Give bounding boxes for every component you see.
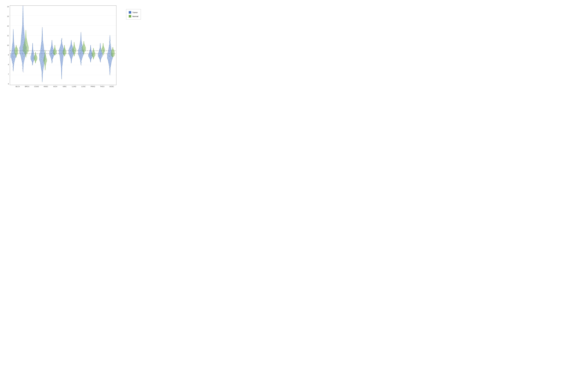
svg-point-326 [45,56,45,57]
svg-point-537 [71,43,71,44]
svg-point-447 [62,53,62,53]
svg-point-890 [112,53,113,53]
svg-point-694 [90,51,91,51]
svg-point-818 [104,47,104,47]
svg-point-94 [23,72,24,72]
svg-point-282 [41,48,42,49]
svg-point-102 [22,58,23,58]
svg-point-244 [36,55,36,56]
svg-point-598 [80,55,81,55]
svg-point-121 [23,25,24,26]
svg-point-208 [33,47,33,48]
svg-point-880 [112,55,112,56]
svg-rect-585 [80,52,82,52]
svg-point-73 [16,51,17,51]
svg-point-859 [110,47,110,48]
svg-point-330 [45,54,45,55]
svg-point-805 [104,51,104,51]
svg-point-138 [25,55,26,55]
svg-point-792 [103,55,104,55]
svg-point-124 [23,20,24,20]
svg-point-840 [110,67,111,67]
svg-point-680 [90,57,90,57]
svg-point-281 [42,50,42,50]
svg-point-471 [64,54,64,54]
svg-point-793 [103,54,103,55]
svg-point-596 [80,57,81,57]
svg-point-524 [71,51,71,52]
svg-point-323 [45,58,45,58]
svg-point-261 [42,77,43,78]
svg-point-560 [74,51,75,51]
svg-point-227 [35,60,35,60]
svg-point-864 [109,42,110,43]
plot-with-yaxis: 67891011121314 [7,6,116,85]
svg-point-449 [62,51,63,51]
y-tick-label: 12 [7,25,9,27]
svg-point-566 [74,49,75,49]
svg-point-437 [61,63,62,64]
svg-point-644 [84,48,84,49]
svg-point-632 [84,52,85,53]
svg-point-671 [91,60,91,61]
svg-point-397 [55,51,56,51]
svg-point-739 [94,50,94,51]
svg-point-460 [62,39,63,40]
svg-point-15 [13,68,14,68]
svg-point-344 [52,60,53,61]
svg-point-262 [42,76,42,77]
svg-point-230 [36,59,36,60]
svg-point-36 [13,45,14,46]
svg-point-112 [22,41,22,41]
svg-point-602 [82,51,82,52]
svg-point-628 [84,54,85,54]
svg-point-221 [35,62,36,62]
svg-point-135 [26,57,26,57]
svg-point-16 [12,67,13,67]
svg-point-184 [33,60,34,61]
svg-point-551 [74,54,74,54]
svg-point-615 [80,41,81,41]
svg-point-732 [93,52,93,53]
svg-point-860 [110,46,110,47]
svg-point-306 [45,66,46,67]
svg-point-331 [45,54,45,54]
svg-point-850 [109,57,110,57]
svg-point-533 [71,46,72,46]
svg-point-534 [71,45,72,46]
svg-point-508 [71,60,71,61]
svg-point-780 [100,48,101,48]
svg-point-321 [45,58,45,59]
svg-point-478 [65,52,65,52]
svg-point-233 [36,58,36,59]
violin-normal-PRAD [92,48,95,59]
y-tick-label: 6 [8,83,9,85]
svg-point-565 [73,49,74,49]
svg-point-103 [23,56,24,57]
svg-point-144 [26,51,26,51]
svg-point-849 [111,58,111,58]
svg-point-114 [23,37,23,38]
svg-point-193 [32,55,33,56]
svg-point-783 [100,46,101,47]
svg-point-522 [71,52,72,53]
svg-point-643 [84,49,85,49]
svg-point-287 [42,41,43,42]
svg-point-76 [16,50,17,50]
svg-point-861 [109,45,110,46]
svg-point-726 [94,54,95,55]
svg-point-633 [83,52,84,52]
svg-point-47 [13,33,14,34]
svg-point-127 [23,15,23,15]
svg-point-95 [23,70,23,71]
svg-point-621 [81,35,81,36]
svg-point-851 [109,55,109,56]
svg-point-276 [42,57,42,57]
svg-point-310 [45,64,45,65]
svg-point-721 [93,56,93,56]
svg-point-857 [110,49,111,50]
plot-area [10,6,116,85]
svg-point-870 [110,36,110,37]
svg-point-669 [90,61,91,62]
svg-point-351 [52,56,53,57]
